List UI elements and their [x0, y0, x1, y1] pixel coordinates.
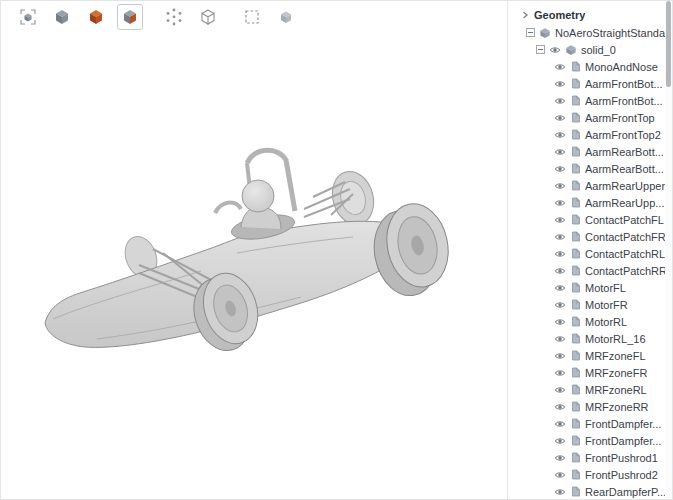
tree-item-part[interactable]: AarmRearUpper [508, 177, 672, 194]
tree-item-part[interactable]: MonoAndNose [508, 58, 672, 75]
visibility-eye-icon[interactable] [554, 469, 566, 481]
solid-face-icon [570, 146, 581, 157]
fit-view-cube-icon[interactable] [15, 4, 41, 30]
tree-item-part[interactable]: FrontPushrod2 [508, 466, 672, 483]
wireframe-cube-icon[interactable] [195, 4, 221, 30]
scrollbar-thumb[interactable] [666, 1, 671, 87]
tree-item-solid[interactable]: solid_0 [508, 41, 672, 58]
tree-item-part[interactable]: MotorFR [508, 296, 672, 313]
wheel-rear-far [326, 167, 379, 230]
tree-item-part[interactable]: AarmFrontBot... [508, 75, 672, 92]
visibility-eye-icon[interactable] [549, 44, 561, 56]
visibility-eye-icon[interactable] [554, 333, 566, 345]
tree-item-part[interactable]: MRFzoneRL [508, 381, 672, 398]
visibility-eye-icon[interactable] [554, 452, 566, 464]
tree-item-label: ContactPatchRL [585, 248, 665, 260]
visibility-eye-icon[interactable] [554, 265, 566, 277]
tree-item-part[interactable]: MotorRL_16 [508, 330, 672, 347]
visibility-eye-icon[interactable] [554, 435, 566, 447]
visibility-eye-icon[interactable] [554, 214, 566, 226]
mesh-cube-icon[interactable] [273, 4, 299, 30]
visibility-eye-icon[interactable] [554, 350, 566, 362]
solid-face-icon [570, 367, 581, 378]
tree-item-part[interactable]: AarmFrontTop2 [508, 126, 672, 143]
tree-item-part[interactable]: MRFzoneFL [508, 347, 672, 364]
tree-item-part[interactable]: FrontDampfer... [508, 432, 672, 449]
solid-face-icon [570, 316, 581, 327]
tree-item-assembly[interactable]: NoAeroStraightStandard... [508, 24, 672, 41]
box-select-icon[interactable] [239, 4, 265, 30]
solid-face-icon [570, 248, 581, 259]
solid-face-icon [570, 282, 581, 293]
driver-helmet [242, 180, 274, 212]
solid-face-icon [570, 469, 581, 480]
tree-item-label: MonoAndNose [585, 61, 658, 73]
visibility-eye-icon[interactable] [554, 367, 566, 379]
solid-face-icon [570, 231, 581, 242]
visibility-eye-icon[interactable] [554, 384, 566, 396]
solid-face-icon [570, 299, 581, 310]
tree-item-part[interactable]: AarmFrontBot... [508, 92, 672, 109]
tree-item-label: MotorRL [585, 316, 627, 328]
visibility-eye-icon[interactable] [554, 231, 566, 243]
tree-item-label: AarmRearBott... [585, 163, 664, 175]
tree-item-part[interactable]: ContactPatchFL [508, 211, 672, 228]
tree-item-label: NoAeroStraightStandard... [555, 27, 672, 39]
visibility-eye-icon[interactable] [554, 112, 566, 124]
solid-cube-icon [565, 44, 577, 56]
visibility-eye-icon[interactable] [554, 146, 566, 158]
tree-item-part[interactable]: MRFzoneFR [508, 364, 672, 381]
visibility-eye-icon[interactable] [554, 418, 566, 430]
visibility-eye-icon[interactable] [554, 180, 566, 192]
visibility-eye-icon[interactable] [554, 197, 566, 209]
shaded-cube-icon[interactable] [49, 4, 75, 30]
visibility-eye-icon[interactable] [554, 282, 566, 294]
visibility-eye-icon[interactable] [554, 248, 566, 260]
visibility-eye-icon[interactable] [554, 129, 566, 141]
tree-item-part[interactable]: FrontDampfer... [508, 415, 672, 432]
tree-item-label: FrontDampfer... [585, 418, 661, 430]
select-face-cube-icon[interactable] [117, 4, 143, 30]
tree-item-label: MotorFL [585, 282, 626, 294]
tree-item-part[interactable]: MRFzoneRR [508, 398, 672, 415]
solid-face-icon [570, 61, 581, 72]
collapse-expander-icon[interactable] [536, 45, 545, 54]
tree-item-label: FrontPushrod1 [585, 452, 658, 464]
tree-item-part[interactable]: AarmRearBott... [508, 143, 672, 160]
tree-item-part[interactable]: MotorRL [508, 313, 672, 330]
solid-face-icon [570, 180, 581, 191]
car-3d-model[interactable] [1, 1, 509, 500]
visibility-eye-icon[interactable] [554, 95, 566, 107]
chevron-right-icon [520, 10, 530, 20]
highlighted-cube-icon[interactable] [83, 4, 109, 30]
visibility-eye-icon[interactable] [554, 163, 566, 175]
tree-header-label: Geometry [534, 9, 585, 21]
collapse-expander-icon[interactable] [526, 28, 535, 37]
tree-header-geometry[interactable]: Geometry [508, 5, 672, 24]
tree-item-part[interactable]: ContactPatchRR [508, 262, 672, 279]
tree-item-part[interactable]: MotorFL [508, 279, 672, 296]
tree-item-part[interactable]: AarmRearUpp... [508, 194, 672, 211]
visibility-eye-icon[interactable] [554, 316, 566, 328]
tree-item-part[interactable]: FrontPushrod1 [508, 449, 672, 466]
solid-face-icon [570, 78, 581, 89]
vertex-cube-icon[interactable] [161, 4, 187, 30]
visibility-eye-icon[interactable] [554, 61, 566, 73]
visibility-eye-icon[interactable] [554, 299, 566, 311]
tree-item-part[interactable]: ContactPatchFR [508, 228, 672, 245]
visibility-eye-icon[interactable] [554, 486, 566, 498]
tree-item-label: solid_0 [581, 44, 616, 56]
tree-item-label: FrontDampfer... [585, 435, 661, 447]
solid-face-icon [570, 350, 581, 361]
tree-item-part[interactable]: ContactPatchRL [508, 245, 672, 262]
tree-item-part[interactable]: RearDampferP... [508, 483, 672, 500]
solid-face-icon [570, 112, 581, 123]
tree-item-part[interactable]: AarmFrontTop [508, 109, 672, 126]
visibility-eye-icon[interactable] [554, 78, 566, 90]
3d-viewport[interactable] [1, 1, 509, 500]
tree-item-label: AarmRearUpp... [585, 197, 664, 209]
tree-item-label: FrontPushrod2 [585, 469, 658, 481]
tree-item-part[interactable]: AarmRearBott... [508, 160, 672, 177]
solid-face-icon [570, 401, 581, 412]
visibility-eye-icon[interactable] [554, 401, 566, 413]
